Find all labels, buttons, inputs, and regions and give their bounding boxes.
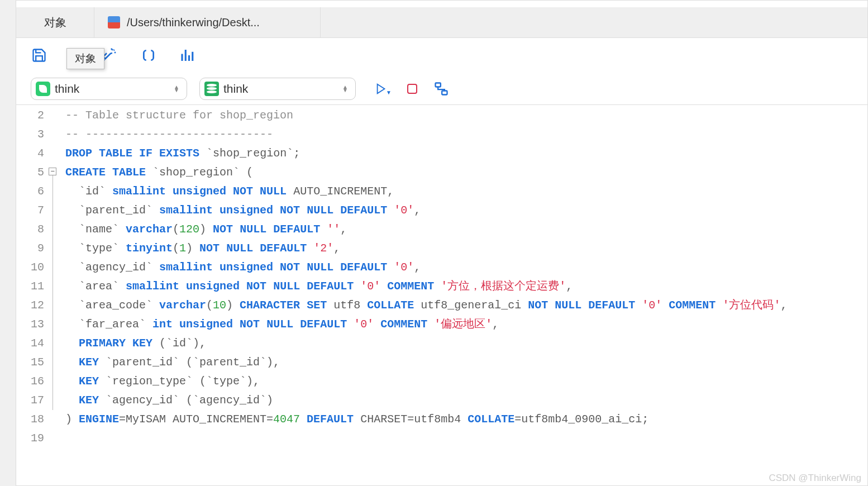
tab-objects[interactable]: 对象 [16, 7, 94, 37]
database-value: think [223, 82, 335, 96]
code-line: DROP TABLE IF EXISTS `shop_region`; [65, 144, 867, 163]
code-line: `type` tinyint(1) NOT NULL DEFAULT '2', [65, 239, 867, 258]
stepper-icon: ▲▼ [171, 85, 182, 92]
line-number: 17 [16, 391, 44, 410]
line-number: 7 [16, 201, 44, 220]
run-button[interactable]: ▼ [375, 80, 392, 97]
line-number: 18 [16, 410, 44, 429]
line-number: 6 [16, 182, 44, 201]
line-number: 16 [16, 372, 44, 391]
tab-label: 对象 [44, 15, 66, 30]
line-number: 13 [16, 315, 44, 334]
watermark: CSDN @ThinkerWing [769, 473, 861, 484]
connection-value: think [55, 82, 166, 96]
toolbar-secondary: think ▲▼ think ▲▼ ▼ [16, 73, 867, 105]
code-editor[interactable]: 2345678910111213141516171819 − -- Table … [16, 105, 867, 485]
tooltip: 对象 [66, 48, 104, 69]
tab-label: /Users/thinkerwing/Deskt... [127, 16, 260, 29]
explain-button[interactable] [433, 80, 450, 97]
line-number: 19 [16, 429, 44, 448]
code-line: `agency_id` smallint unsigned NOT NULL D… [65, 258, 867, 277]
tab-file[interactable]: /Users/thinkerwing/Deskt... [94, 7, 321, 37]
line-number: 14 [16, 334, 44, 353]
code-line: -- ---------------------------- [65, 125, 867, 144]
code-line: `parent_id` smallint unsigned NOT NULL D… [65, 201, 867, 220]
line-number: 12 [16, 296, 44, 315]
code-line: ) ENGINE=MyISAM AUTO_INCREMENT=4047 DEFA… [65, 410, 867, 429]
database-selector[interactable]: think ▲▼ [199, 78, 356, 100]
line-number: 8 [16, 220, 44, 239]
save-button[interactable] [31, 47, 47, 64]
svg-rect-5 [408, 84, 417, 93]
connection-selector[interactable]: think ▲▼ [31, 78, 187, 100]
line-number: 4 [16, 144, 44, 163]
svg-rect-6 [436, 83, 441, 87]
code-line: KEY `region_type` (`type`), [65, 372, 867, 391]
connection-icon [36, 82, 50, 96]
line-number: 2 [16, 106, 44, 125]
database-icon [204, 82, 219, 96]
line-number: 5 [16, 163, 44, 182]
svg-rect-7 [442, 90, 447, 94]
code-line: `area_code` varchar(10) CHARACTER SET ut… [65, 296, 867, 315]
code-line: KEY `parent_id` (`parent_id`), [65, 353, 867, 372]
code-line [65, 429, 867, 448]
svg-marker-4 [378, 84, 385, 93]
code-line: `name` varchar(120) NOT NULL DEFAULT '', [65, 220, 867, 239]
code-line: `far_area` int unsigned NOT NULL DEFAULT… [65, 315, 867, 334]
chart-button[interactable] [179, 47, 196, 64]
line-number: 11 [16, 277, 44, 296]
line-number: 3 [16, 125, 44, 144]
line-number: 9 [16, 239, 44, 258]
code-line: KEY `agency_id` (`agency_id`) [65, 391, 867, 410]
brackets-button[interactable] [140, 47, 157, 64]
code-content[interactable]: -- Table structure for shop_region-- ---… [49, 105, 867, 485]
tab-bar: 对象 /Users/thinkerwing/Deskt... [16, 7, 867, 38]
code-line: `id` smallint unsigned NOT NULL AUTO_INC… [65, 182, 867, 201]
code-line: `area` smallint unsigned NOT NULL DEFAUL… [65, 277, 867, 296]
code-line: -- Table structure for shop_region [65, 106, 867, 125]
code-line: PRIMARY KEY (`id`), [65, 334, 867, 353]
stop-button[interactable] [404, 80, 421, 97]
line-gutter: 2345678910111213141516171819 [16, 105, 49, 485]
stepper-icon: ▲▼ [340, 85, 351, 92]
line-number: 10 [16, 258, 44, 277]
toolbar-primary [16, 38, 867, 73]
sql-file-icon [108, 16, 120, 28]
code-line: CREATE TABLE `shop_region` ( [65, 163, 867, 182]
line-number: 15 [16, 353, 44, 372]
